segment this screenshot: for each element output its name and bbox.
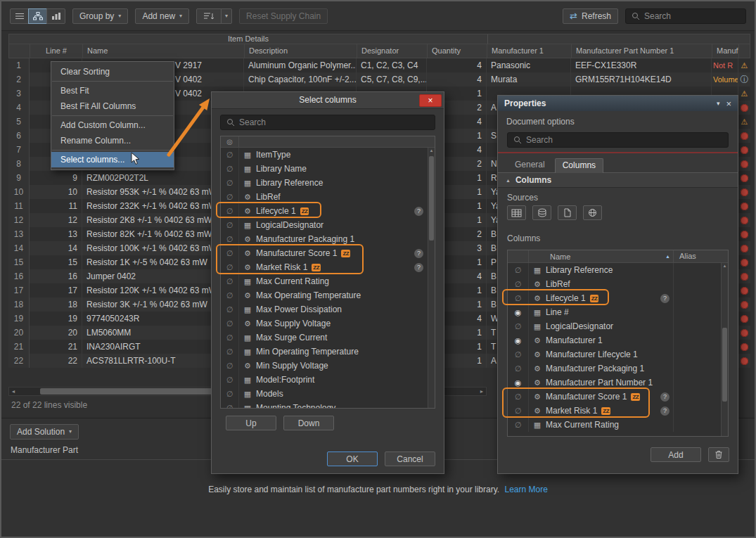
column-grid-row[interactable]: ∅▦Max Current Rating bbox=[508, 418, 728, 432]
sort-options-button[interactable]: ▾ bbox=[221, 8, 232, 24]
eye-hidden-icon[interactable]: ∅ bbox=[508, 277, 529, 291]
column-header[interactable]: Designator bbox=[357, 44, 428, 58]
properties-search-input[interactable] bbox=[526, 135, 722, 145]
dialog-search-input[interactable] bbox=[239, 117, 429, 127]
column-list-item[interactable]: ∅⚙Manufacturer Packaging 1 bbox=[221, 232, 435, 246]
menu-item[interactable]: Select columns... bbox=[51, 152, 174, 167]
column-grid-row[interactable]: ∅⚙Lifecycle 1ZZ? bbox=[508, 291, 728, 305]
down-button[interactable]: Down bbox=[283, 416, 334, 430]
column-list-item[interactable]: ∅▦Model:Footprint bbox=[221, 373, 435, 387]
eye-hidden-icon[interactable]: ∅ bbox=[508, 361, 529, 376]
eye-hidden-icon[interactable]: ∅ bbox=[221, 288, 239, 302]
column-list-item[interactable]: ∅▦Library Name bbox=[221, 162, 435, 176]
column-list-item[interactable]: ∅▦LogicalDesignator bbox=[221, 218, 435, 232]
eye-hidden-icon[interactable]: ∅ bbox=[508, 347, 529, 361]
column-list-item[interactable]: ∅⚙Min Supply Voltage bbox=[221, 359, 435, 373]
ok-button[interactable]: OK bbox=[327, 451, 378, 466]
dialog-close-button[interactable]: × bbox=[419, 94, 442, 107]
column-header[interactable]: Description bbox=[245, 44, 357, 58]
columns-section-header[interactable]: ▲ Columns bbox=[498, 173, 738, 188]
scroll-left-icon[interactable]: ◄ bbox=[9, 388, 18, 395]
menu-item[interactable]: Rename Column... bbox=[51, 133, 174, 148]
scrollbar-thumb[interactable] bbox=[429, 156, 434, 241]
eye-hidden-icon[interactable]: ∅ bbox=[221, 316, 239, 331]
eye-hidden-icon[interactable]: ∅ bbox=[508, 263, 529, 277]
column-grid-row[interactable]: ∅⚙LibRef bbox=[508, 277, 728, 291]
refresh-button[interactable]: ⇄ Refresh bbox=[563, 8, 618, 24]
eye-hidden-icon[interactable]: ∅ bbox=[221, 204, 239, 218]
column-header[interactable]: Manuf bbox=[712, 44, 739, 58]
eye-hidden-icon[interactable]: ∅ bbox=[221, 373, 239, 387]
column-list-item[interactable]: ∅▦Max Current Rating bbox=[221, 274, 435, 288]
eye-hidden-icon[interactable]: ∅ bbox=[221, 190, 239, 204]
eye-visible-icon[interactable]: ◉ bbox=[508, 305, 529, 319]
column-grid-row[interactable]: ◉⚙Manufacturer Part Number 1 bbox=[508, 376, 728, 390]
eye-hidden-icon[interactable]: ∅ bbox=[221, 345, 239, 359]
visibility-column-header[interactable] bbox=[508, 250, 529, 262]
eye-hidden-icon[interactable]: ∅ bbox=[508, 319, 529, 333]
column-grid-row[interactable]: ∅⚙Market Risk 1ZZ? bbox=[508, 404, 728, 418]
eye-hidden-icon[interactable]: ∅ bbox=[221, 218, 239, 232]
flat-list-view-button[interactable] bbox=[10, 8, 29, 24]
column-list-item[interactable]: ∅⚙Max Supply Voltage bbox=[221, 316, 435, 331]
add-solution-button[interactable]: Add Solution ▾ bbox=[10, 424, 79, 440]
visibility-header-eye-icon[interactable]: ◎ bbox=[221, 136, 239, 147]
toolbar-search-input[interactable] bbox=[644, 11, 740, 21]
scroll-up-icon[interactable]: ▲ bbox=[722, 264, 728, 268]
eye-hidden-icon[interactable]: ∅ bbox=[221, 359, 239, 373]
column-header[interactable] bbox=[739, 44, 751, 58]
tab-columns[interactable]: Columns bbox=[555, 158, 603, 173]
eye-hidden-icon[interactable]: ∅ bbox=[221, 302, 239, 316]
file-source-button[interactable] bbox=[558, 205, 577, 220]
column-grid-row[interactable]: ∅⚙Manufacturer Packaging 1 bbox=[508, 361, 728, 376]
column-list-item[interactable]: ∅▦Mounting Technology bbox=[221, 401, 435, 409]
column-list-item[interactable]: ∅⚙Manufacturer Score 1ZZ? bbox=[221, 246, 435, 260]
column-header[interactable] bbox=[9, 44, 30, 58]
name-column-header[interactable]: Name ▲ bbox=[529, 250, 673, 262]
column-grid-row[interactable]: ∅▦Library Reference bbox=[508, 263, 728, 277]
eye-hidden-icon[interactable]: ∅ bbox=[221, 232, 239, 246]
column-list-item[interactable]: ∅▦Max Power Dissipation bbox=[221, 302, 435, 316]
eye-hidden-icon[interactable]: ∅ bbox=[221, 274, 239, 288]
grouped-view-button[interactable] bbox=[28, 8, 47, 24]
add-new-button[interactable]: Add new ▾ bbox=[135, 8, 189, 24]
chart-view-button[interactable] bbox=[46, 8, 65, 24]
column-list-item[interactable]: ∅▦Max Surge Current bbox=[221, 331, 435, 345]
column-list-item[interactable]: ∅▦Models bbox=[221, 387, 435, 401]
menu-item[interactable]: Clear Sorting bbox=[51, 64, 174, 79]
delete-button[interactable] bbox=[708, 447, 729, 462]
column-grid-row[interactable]: ∅⚙Manufacturer Lifecycle 1 bbox=[508, 347, 728, 361]
help-icon[interactable]: ? bbox=[660, 392, 669, 402]
eye-hidden-icon[interactable]: ∅ bbox=[221, 331, 239, 345]
column-grid-row[interactable]: ∅▦LogicalDesignator bbox=[508, 319, 728, 333]
web-source-button[interactable] bbox=[583, 205, 602, 220]
eye-hidden-icon[interactable]: ∅ bbox=[221, 260, 239, 274]
eye-hidden-icon[interactable]: ∅ bbox=[508, 291, 529, 305]
help-icon[interactable]: ? bbox=[660, 294, 669, 303]
menu-item[interactable]: Best Fit bbox=[51, 83, 174, 98]
reset-supply-chain-button[interactable]: Reset Supply Chain bbox=[239, 8, 328, 24]
column-header[interactable]: Quantity bbox=[428, 44, 487, 58]
eye-hidden-icon[interactable]: ∅ bbox=[508, 390, 529, 404]
grid-scrollbar[interactable]: ▲ ▼ bbox=[721, 263, 728, 436]
help-icon[interactable]: ? bbox=[660, 406, 669, 416]
eye-hidden-icon[interactable]: ∅ bbox=[221, 246, 239, 260]
cancel-button[interactable]: Cancel bbox=[385, 451, 435, 466]
column-grid-row[interactable]: ◉⚙Manufacturer 1 bbox=[508, 333, 728, 347]
column-header[interactable]: Manufacturer Part Number 1 bbox=[572, 44, 712, 58]
eye-hidden-icon[interactable]: ∅ bbox=[221, 387, 239, 401]
menu-item[interactable]: Best Fit All Columns bbox=[51, 98, 174, 114]
menu-item[interactable]: Add Custom Column... bbox=[51, 117, 174, 133]
column-list-item[interactable]: ∅▦Min Operating Temperature bbox=[221, 345, 435, 359]
scrollbar-thumb[interactable] bbox=[722, 328, 727, 402]
add-button[interactable]: Add bbox=[651, 447, 701, 462]
up-button[interactable]: Up bbox=[226, 416, 276, 430]
help-icon[interactable]: ? bbox=[414, 249, 423, 258]
column-list-item[interactable]: ∅▦Library Reference bbox=[221, 176, 435, 190]
panel-menu-icon[interactable]: ▾ bbox=[717, 100, 720, 107]
column-grid-row[interactable]: ◉▦Line # bbox=[508, 305, 728, 319]
eye-visible-icon[interactable]: ◉ bbox=[508, 376, 529, 390]
eye-hidden-icon[interactable]: ∅ bbox=[221, 401, 239, 409]
column-list-item[interactable]: ∅⚙LibRef bbox=[221, 190, 435, 204]
eye-visible-icon[interactable]: ◉ bbox=[508, 333, 529, 347]
